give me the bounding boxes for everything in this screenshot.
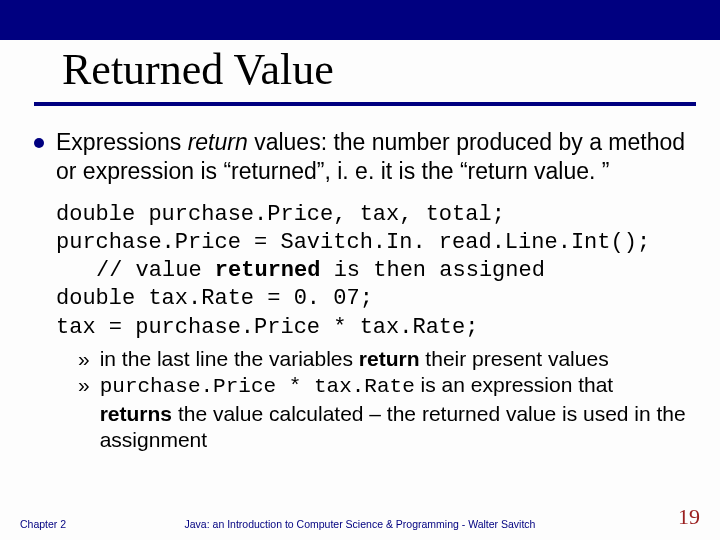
sub-bullets: » in the last line the variables return … <box>78 346 690 454</box>
content-area: Expressions return values: the number pr… <box>34 128 690 453</box>
sub-item-1-text: in the last line the variables return th… <box>100 346 609 372</box>
s1a: in the last line the variables <box>100 347 359 370</box>
s2b: is an expression that <box>415 373 613 396</box>
slide: Returned Value Expressions return values… <box>0 0 720 540</box>
footer-left: Chapter 2 <box>20 518 66 530</box>
code-block: double purchase.Price, tax, total; purch… <box>56 201 690 454</box>
slide-title: Returned Value <box>62 44 334 95</box>
footer-center: Java: an Introduction to Computer Scienc… <box>20 518 700 530</box>
body-pre: Expressions <box>56 129 188 155</box>
footer: Java: an Introduction to Computer Scienc… <box>20 504 700 530</box>
s1b: return <box>359 347 420 370</box>
code-line-3a: // value <box>96 258 215 283</box>
code-line-3c: is then assigned <box>320 258 544 283</box>
code-line-4: double tax.Rate = 0. 07; <box>56 285 690 313</box>
code-line-3b: returned <box>215 258 321 283</box>
raquo-icon: » <box>78 372 90 453</box>
s2c: returns <box>100 402 172 425</box>
code-line-5: tax = purchase.Price * tax.Rate; <box>56 314 690 342</box>
sub-item-2: » purchase.Price * tax.Rate is an expres… <box>78 372 690 453</box>
code-line-3: // value returned is then assigned <box>56 257 690 285</box>
s1c: their present values <box>420 347 609 370</box>
main-bullet: Expressions return values: the number pr… <box>34 128 690 187</box>
bullet-dot-icon <box>34 138 44 148</box>
code-line-2: purchase.Price = Savitch.In. read.Line.I… <box>56 229 690 257</box>
code-line-1: double purchase.Price, tax, total; <box>56 201 690 229</box>
s2a: purchase.Price * tax.Rate <box>100 375 415 398</box>
title-underline <box>34 102 696 106</box>
s2d: the value calculated – the returned valu… <box>100 402 686 451</box>
body-ital: return <box>188 129 248 155</box>
body-text: Expressions return values: the number pr… <box>56 128 690 187</box>
raquo-icon: » <box>78 346 90 372</box>
sub-item-1: » in the last line the variables return … <box>78 346 690 372</box>
page-number: 19 <box>678 504 700 530</box>
sub-item-2-text: purchase.Price * tax.Rate is an expressi… <box>100 372 690 453</box>
top-bar <box>0 0 720 40</box>
